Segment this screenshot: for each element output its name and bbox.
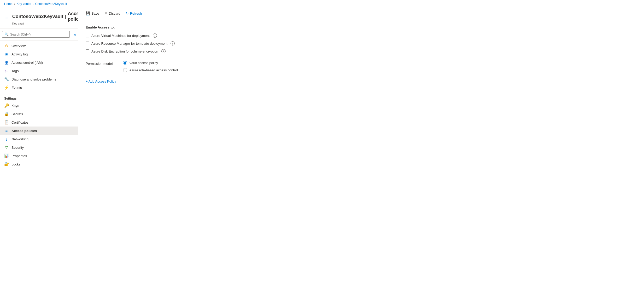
save-button[interactable]: 💾 Save: [84, 10, 101, 17]
nav-divider-settings: [4, 93, 74, 93]
sidebar-item-label-properties: Properties: [11, 154, 27, 158]
networking-icon: ↕: [4, 137, 9, 141]
sidebar-item-label-activity-log: Activity log: [11, 52, 28, 56]
events-icon: ⚡: [4, 85, 9, 90]
radio-vault-policy[interactable]: [123, 61, 127, 65]
nav-list: ⊙ Overview ▣ Activity log 👤 Access contr…: [0, 41, 78, 281]
resource-name: ContosoWeb2Keyvault: [12, 14, 63, 19]
sidebar-item-label-locks: Locks: [11, 162, 20, 166]
resource-page-title: Access policies: [68, 11, 78, 22]
sidebar-item-access-policies[interactable]: ≡ Access policies: [0, 127, 78, 135]
sidebar-item-label-events: Events: [11, 86, 22, 90]
discard-icon: ✕: [104, 11, 108, 15]
app-container: Home › Key vaults › ContosoWeb2Keyvault …: [0, 0, 644, 281]
toolbar: 💾 Save ✕ Discard ↻ Refresh: [78, 8, 644, 19]
radio-label-vault-policy[interactable]: Vault access policy: [129, 61, 158, 65]
breadcrumb-home[interactable]: Home: [4, 2, 13, 6]
sidebar-item-label-networking: Networking: [11, 137, 28, 141]
checkbox-row-arm: Azure Resource Manager for template depl…: [86, 41, 637, 45]
sidebar-item-label-access-policies: Access policies: [11, 129, 37, 133]
checkbox-vm[interactable]: [86, 34, 89, 37]
sidebar-item-properties[interactable]: 📊 Properties: [0, 152, 78, 160]
permission-model-section: Permission model Vault access policy Azu…: [86, 61, 637, 72]
diagnose-icon: 🔧: [4, 77, 9, 82]
info-icon-vm[interactable]: i: [153, 33, 157, 38]
sidebar-item-activity-log[interactable]: ▣ Activity log: [0, 50, 78, 58]
activity-log-icon: ▣: [4, 52, 9, 56]
sidebar-item-label-certificates: Certificates: [11, 121, 28, 124]
sidebar-item-label-security: Security: [11, 146, 24, 150]
info-icon-arm[interactable]: i: [171, 41, 175, 45]
sidebar-item-events[interactable]: ⚡ Events: [0, 83, 78, 92]
checkbox-label-vm[interactable]: Azure Virtual Machines for deployment: [91, 34, 150, 38]
sidebar-item-overview[interactable]: ⊙ Overview: [0, 42, 78, 50]
info-icon-disk[interactable]: i: [161, 49, 166, 53]
sidebar-item-networking[interactable]: ↕ Networking: [0, 135, 78, 143]
locks-icon: 🔐: [4, 162, 9, 167]
breadcrumb: Home › Key vaults › ContosoWeb2Keyvault: [0, 0, 644, 8]
sidebar-item-tags[interactable]: 🏷 Tags: [0, 67, 78, 75]
main-area: ≡ ContosoWeb2Keyvault | Access policies …: [0, 8, 644, 281]
radio-row-vault-policy: Vault access policy: [123, 61, 178, 65]
sidebar-item-label-secrets: Secrets: [11, 112, 23, 116]
refresh-icon: ↻: [126, 11, 129, 15]
sidebar-item-label-overview: Overview: [11, 44, 26, 48]
sidebar-item-locks[interactable]: 🔐 Locks: [0, 160, 78, 168]
radio-row-rbac: Azure role-based access control: [123, 68, 178, 72]
access-policies-icon: ≡: [4, 128, 9, 133]
sidebar-item-diagnose[interactable]: 🔧 Diagnose and solve problems: [0, 75, 78, 83]
discard-label: Discard: [109, 12, 120, 15]
permission-model-label: Permission model: [86, 61, 113, 66]
tags-icon: 🏷: [4, 68, 9, 73]
search-input[interactable]: [10, 33, 67, 36]
checkbox-label-arm[interactable]: Azure Resource Manager for template depl…: [91, 42, 167, 45]
checkbox-row-vm: Azure Virtual Machines for deployment i: [86, 33, 637, 38]
sidebar-item-security[interactable]: 🛡 Security: [0, 143, 78, 152]
certificates-icon: 📋: [4, 120, 9, 125]
save-icon: 💾: [86, 11, 90, 15]
radio-label-rbac[interactable]: Azure role-based access control: [129, 68, 178, 72]
search-icon: 🔍: [4, 32, 9, 36]
save-label: Save: [91, 12, 99, 15]
checkbox-disk[interactable]: [86, 49, 89, 53]
sidebar-item-label-keys: Keys: [11, 104, 19, 108]
breadcrumb-resource[interactable]: ContosoWeb2Keyvault: [35, 2, 67, 6]
checkbox-row-disk: Azure Disk Encryption for volume encrypt…: [86, 49, 637, 53]
content-panel: 💾 Save ✕ Discard ↻ Refresh Enable Access…: [78, 8, 644, 281]
enable-access-title: Enable Access to:: [86, 25, 637, 29]
checkbox-group: Azure Virtual Machines for deployment i …: [86, 33, 637, 53]
add-access-policy-link[interactable]: + Add Access Policy: [86, 79, 116, 83]
sidebar-item-secrets[interactable]: 🔒 Secrets: [0, 110, 78, 118]
title-separator: |: [65, 14, 66, 19]
refresh-button[interactable]: ↻ Refresh: [124, 10, 144, 17]
collapse-sidebar-button[interactable]: «: [72, 31, 78, 38]
sidebar-item-certificates[interactable]: 📋 Certificates: [0, 118, 78, 127]
sidebar: ≡ ContosoWeb2Keyvault | Access policies …: [0, 8, 78, 281]
search-box[interactable]: 🔍: [2, 31, 70, 38]
breadcrumb-sep-1: ›: [14, 2, 15, 5]
resource-subtitle: Key vault: [12, 22, 78, 25]
discard-button[interactable]: ✕ Discard: [102, 10, 122, 17]
resource-header-section: ≡ ContosoWeb2Keyvault | Access policies …: [0, 8, 78, 28]
radio-rbac[interactable]: [123, 68, 127, 72]
breadcrumb-sep-2: ›: [33, 2, 34, 5]
secrets-icon: 🔒: [4, 112, 9, 116]
resource-title-block: ContosoWeb2Keyvault | Access policies ··…: [12, 11, 78, 25]
resource-icon: ≡: [5, 15, 9, 21]
sidebar-item-keys[interactable]: 🔑 Keys: [0, 101, 78, 110]
settings-section-label: Settings: [0, 94, 78, 101]
checkbox-arm[interactable]: [86, 42, 89, 45]
sidebar-controls: 🔍 «: [0, 28, 78, 41]
title-row: ≡ ContosoWeb2Keyvault | Access policies …: [5, 11, 73, 25]
radio-group: Vault access policy Azure role-based acc…: [123, 61, 178, 72]
keys-icon: 🔑: [4, 103, 9, 108]
sidebar-item-label-diagnose: Diagnose and solve problems: [11, 77, 56, 81]
sidebar-item-label-tags: Tags: [11, 69, 19, 73]
properties-icon: 📊: [4, 153, 9, 158]
overview-icon: ⊙: [4, 43, 9, 48]
content-body: Enable Access to: Azure Virtual Machines…: [78, 19, 644, 281]
sidebar-item-access-control[interactable]: 👤 Access control (IAM): [0, 58, 78, 67]
sidebar-item-label-access-control: Access control (IAM): [11, 61, 43, 65]
checkbox-label-disk[interactable]: Azure Disk Encryption for volume encrypt…: [91, 49, 158, 53]
breadcrumb-keyvaults[interactable]: Key vaults: [17, 2, 31, 6]
